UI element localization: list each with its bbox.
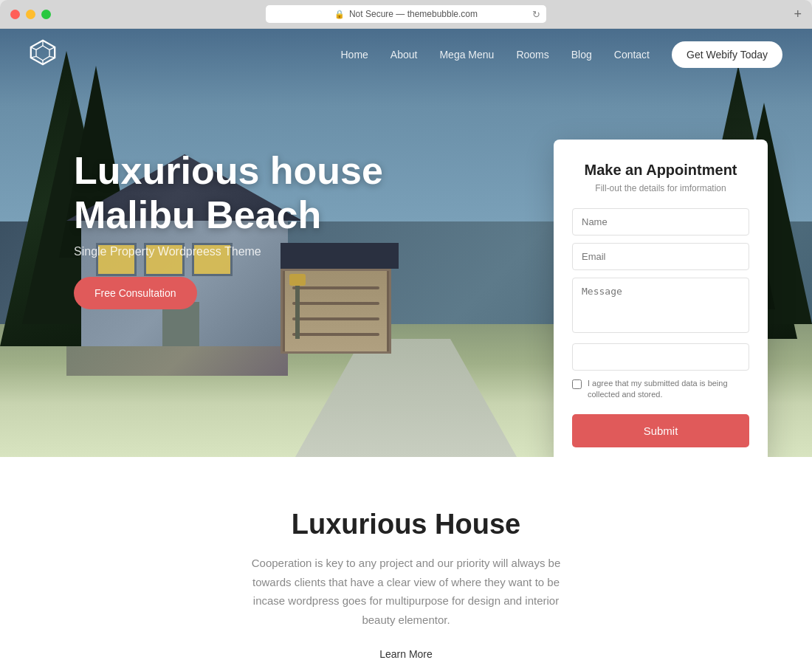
minimize-button[interactable] [26,10,35,19]
svg-marker-1 [36,46,49,61]
address-bar[interactable]: 🔒 Not Secure — themebubble.com ↻ [266,5,546,23]
foundation [66,346,288,376]
form-title: Make an Appointment [572,162,749,179]
close-button[interactable] [10,10,20,19]
reload-icon[interactable]: ↻ [532,9,540,20]
dropdown-select[interactable] [572,343,749,371]
garage-line-3 [292,317,379,320]
address-bar-text: Not Secure — themebubble.com [349,9,478,19]
maximize-button[interactable] [41,10,51,19]
checkbox-row: I agree that my submitted data is being … [572,378,749,401]
navbar: Home About Mega Menu Rooms Blog Contact … [0,29,812,80]
hero-section: Home About Mega Menu Rooms Blog Contact … [0,29,812,457]
nav-item-mega-menu[interactable]: Mega Menu [439,48,494,61]
agreement-checkbox[interactable] [572,379,582,389]
form-subtitle: Fill-out the details for imformation [572,183,749,193]
nav-item-home[interactable]: Home [340,48,368,61]
checkbox-label: I agree that my submitted data is being … [588,378,749,401]
submit-button[interactable]: Submit [572,414,749,447]
window-chrome: 🔒 Not Secure — themebubble.com ↻ + [0,0,812,28]
hero-subtitle: Single Property Wordpreess Theme [74,245,383,258]
nav-item-contact[interactable]: Contact [614,48,650,61]
learn-more-link[interactable]: Learn More [379,648,433,660]
traffic-lights [10,10,51,19]
garage-line-4 [292,333,379,336]
nav-item-blog[interactable]: Blog [571,48,592,61]
name-input[interactable] [572,208,749,236]
email-input[interactable] [572,243,749,270]
content-section: Luxurious House Cooperation is key to an… [0,457,812,660]
hero-text: Luxurious house Malibu Beach Single Prop… [74,149,383,309]
nav-item-cta[interactable]: Get Webify Today [672,48,782,61]
appointment-form: Make an Appointment Fill-out the details… [554,140,768,457]
hero-title: Luxurious house Malibu Beach [74,149,383,238]
new-tab-button[interactable]: + [794,7,802,22]
nav-links: Home About Mega Menu Rooms Blog Contact … [340,48,782,61]
nav-item-rooms[interactable]: Rooms [516,48,548,61]
logo[interactable] [30,39,56,71]
message-input[interactable] [572,278,749,333]
consultation-button[interactable]: Free Consultation [74,277,197,309]
content-title: Luxurious House [30,509,782,540]
browser-content: Home About Mega Menu Rooms Blog Contact … [0,28,812,660]
lock-icon: 🔒 [334,10,345,19]
content-description: Cooperation is key to any project and ou… [240,554,572,629]
logo-icon [30,39,56,66]
nav-item-about[interactable]: About [390,48,418,61]
